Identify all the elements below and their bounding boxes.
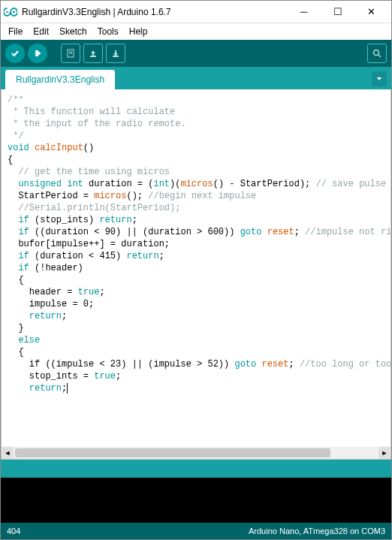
- code-token: ;: [62, 311, 67, 321]
- menu-edit[interactable]: Edit: [29, 25, 53, 38]
- code-token: ;: [99, 287, 104, 297]
- code-token: else: [18, 335, 40, 345]
- menu-tools[interactable]: Tools: [93, 25, 123, 38]
- code-token: ;: [132, 215, 137, 225]
- code-token: int: [67, 179, 83, 189]
- code-line: // get the time using micros: [8, 167, 170, 177]
- code-token: // save pulse: [316, 179, 390, 189]
- verify-button[interactable]: [5, 44, 25, 63]
- status-board-info: Arduino Nano, ATmega328 on COM3: [249, 526, 385, 535]
- code-token: if: [18, 263, 29, 273]
- svg-rect-7: [113, 56, 119, 57]
- upload-button[interactable]: [28, 44, 47, 63]
- code-line: /**: [8, 95, 24, 105]
- code-token: ;: [159, 251, 164, 261]
- tabbar: RullgardinV3.3English: [1, 67, 391, 89]
- text-cursor: [67, 383, 68, 394]
- output-console[interactable]: [1, 478, 391, 523]
- code-editor[interactable]: /** * This function will calculate * the…: [2, 89, 390, 447]
- code-token: void: [8, 143, 29, 153]
- scroll-left-button[interactable]: ◄: [2, 447, 14, 459]
- horizontal-scrollbar[interactable]: ◄ ►: [2, 447, 390, 459]
- new-button[interactable]: [61, 44, 80, 63]
- code-token: return: [126, 251, 158, 261]
- arduino-icon: [4, 5, 17, 19]
- code-token: ();: [126, 191, 148, 201]
- code-token: (stop_ints): [29, 215, 100, 225]
- code-token: header =: [8, 287, 78, 297]
- toolbar: [1, 40, 391, 67]
- code-token: stop_ints =: [8, 371, 94, 382]
- code-token: ;: [62, 383, 67, 394]
- menu-sketch[interactable]: Sketch: [55, 25, 92, 38]
- code-token: (!header): [29, 263, 83, 273]
- code-token: [8, 311, 29, 321]
- code-line: bufor[impulse++] = duration;: [8, 239, 170, 249]
- code-token: [8, 383, 29, 394]
- svg-line-9: [378, 55, 381, 57]
- statusbar: 404 Arduino Nano, ATmega328 on COM3: [1, 523, 391, 539]
- menubar: File Edit Sketch Tools Help: [1, 23, 391, 40]
- code-token: [261, 227, 267, 237]
- open-button[interactable]: [83, 44, 103, 63]
- code-token: duration = (: [83, 179, 154, 189]
- code-token: true: [94, 371, 116, 382]
- code-token: ;: [288, 359, 294, 370]
- scroll-thumb[interactable]: [15, 448, 330, 457]
- code-token: if: [18, 227, 29, 237]
- menu-help[interactable]: Help: [125, 25, 152, 38]
- scroll-track[interactable]: [14, 447, 378, 459]
- code-token: {: [8, 275, 24, 285]
- menu-file[interactable]: File: [4, 25, 27, 38]
- titlebar: RullgardinV3.3English | Arduino 1.6.7 ─ …: [1, 1, 391, 23]
- close-button[interactable]: ✕: [354, 2, 388, 23]
- code-token: return: [29, 311, 62, 321]
- code-token: StartPeriod =: [8, 191, 94, 201]
- maximize-button[interactable]: ☐: [321, 2, 354, 23]
- code-token: if: [18, 251, 29, 261]
- code-token: true: [78, 287, 100, 297]
- code-line: */: [8, 131, 24, 141]
- code-token: ;: [294, 227, 300, 237]
- save-button[interactable]: [106, 44, 125, 63]
- code-token: ;: [116, 371, 121, 382]
- serial-monitor-button[interactable]: [367, 44, 387, 63]
- code-line: * This function will calculate: [8, 107, 175, 117]
- code-token: calcInput: [35, 143, 83, 153]
- code-token: unsigned: [18, 179, 62, 189]
- code-token: if ((impulse < 23) || (impulse > 52)): [8, 359, 234, 370]
- status-line-number: 404: [7, 526, 20, 535]
- code-token: impulse = 0;: [8, 299, 94, 309]
- code-token: ((duration < 90) || (duration > 600)): [29, 227, 240, 237]
- code-token: //impulse not ri: [305, 227, 390, 237]
- code-token: (duration < 415): [29, 251, 127, 261]
- scroll-right-button[interactable]: ►: [378, 447, 390, 459]
- code-token: //too long or too: [300, 359, 390, 370]
- code-token: return: [29, 383, 62, 394]
- svg-point-8: [374, 50, 379, 56]
- code-token: {: [8, 347, 24, 357]
- code-token: micros: [94, 191, 126, 201]
- editor-container: /** * This function will calculate * the…: [1, 89, 391, 460]
- code-token: }: [8, 323, 24, 333]
- code-line: //Serial.println(StartPeriod);: [8, 203, 180, 213]
- code-token: goto: [234, 359, 256, 370]
- code-token: (): [83, 143, 94, 153]
- code-token: //begin next impulse: [148, 191, 256, 201]
- code-token: {: [8, 155, 13, 165]
- svg-rect-6: [90, 56, 96, 57]
- code-token: reset: [261, 359, 288, 370]
- minimize-button[interactable]: ─: [287, 2, 321, 23]
- tab-active[interactable]: RullgardinV3.3English: [5, 70, 115, 89]
- code-line: * the input of the radio remote.: [8, 119, 186, 129]
- code-token: micros: [180, 179, 213, 189]
- code-token: () - StartPeriod);: [213, 179, 316, 189]
- code-token: reset: [267, 227, 294, 237]
- window-title: RullgardinV3.3English | Arduino 1.6.7: [22, 7, 287, 17]
- code-token: if: [18, 215, 29, 225]
- code-token: )(: [170, 179, 180, 189]
- code-token: int: [153, 179, 170, 189]
- message-bar: [1, 460, 391, 478]
- window-controls: ─ ☐ ✕: [287, 2, 388, 23]
- tab-menu-button[interactable]: [372, 71, 387, 86]
